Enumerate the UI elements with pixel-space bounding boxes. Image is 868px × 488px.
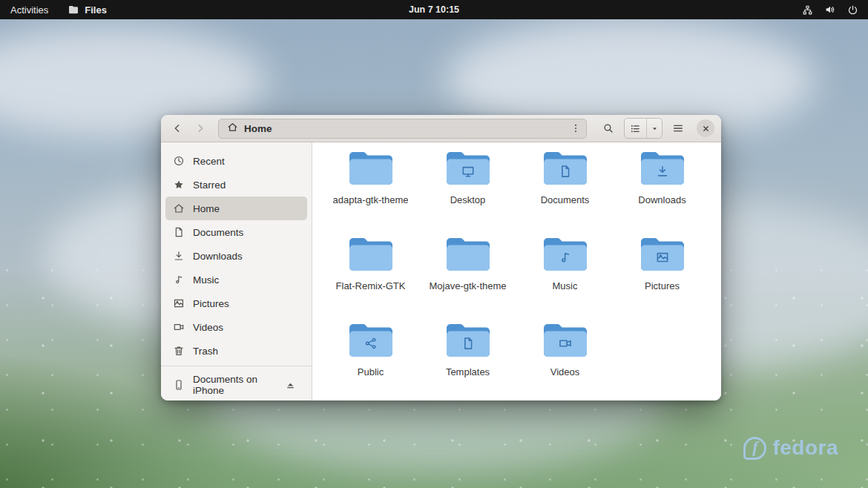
top-bar-left: Activities Files <box>0 0 116 19</box>
file-name: Public <box>358 366 384 377</box>
file-item[interactable]: Downloads <box>614 145 711 231</box>
folder-icon <box>347 149 395 188</box>
file-name: Flat-Remix-GTK <box>336 280 406 291</box>
file-name: Music <box>553 280 578 291</box>
sidebar-item-label: Trash <box>193 346 218 357</box>
view-toggle-button[interactable] <box>624 118 662 139</box>
folder-icon <box>347 321 395 360</box>
document-emblem-icon <box>558 164 573 179</box>
file-item[interactable]: Templates <box>419 317 516 400</box>
file-name: Documents <box>541 194 590 205</box>
view-options-caret-icon <box>647 119 662 138</box>
location-menu-button[interactable] <box>567 120 585 137</box>
eject-button[interactable] <box>280 375 300 395</box>
fedora-wordmark: fedora <box>772 436 838 460</box>
sidebar-item-label: Starred <box>193 179 226 191</box>
folder-icon <box>444 321 492 360</box>
sidebar-item-label: Downloads <box>193 251 243 262</box>
file-item[interactable]: Pictures <box>614 231 711 317</box>
volume-icon[interactable] <box>824 4 836 16</box>
sidebar-divider <box>161 366 312 366</box>
music-emblem-icon <box>558 250 573 265</box>
file-name: Desktop <box>450 194 486 205</box>
sidebar-item-label: Music <box>193 274 219 286</box>
folder-icon <box>639 149 686 188</box>
gnome-top-bar: Activities Files Jun 7 10:15 <box>0 0 868 19</box>
fedora-logo-icon: f <box>743 437 766 460</box>
files-window: Home <box>161 115 721 400</box>
file-name: adapta-gtk-theme <box>333 194 409 205</box>
document-emblem-icon <box>461 336 476 351</box>
sidebar-item-music[interactable]: Music <box>165 268 307 291</box>
menu-button[interactable] <box>666 118 690 139</box>
folder-icon <box>444 235 492 274</box>
clock-calendar-button[interactable]: Jun 7 10:15 <box>409 4 459 15</box>
sidebar-item-videos[interactable]: Videos <box>165 315 307 339</box>
file-item[interactable]: Flat-Remix-GTK <box>322 231 419 317</box>
file-item[interactable]: Mojave-gtk-theme <box>419 231 516 317</box>
search-button[interactable] <box>596 118 620 139</box>
file-item[interactable]: Documents <box>516 145 614 231</box>
desktop-emblem-icon <box>461 164 476 179</box>
activities-button[interactable]: Activities <box>0 0 59 19</box>
list-view-icon <box>625 119 647 138</box>
sidebar-item-recent[interactable]: Recent <box>165 149 307 173</box>
device-label: Documents on iPhone <box>193 374 272 396</box>
file-grid: adapta-gtk-theme Desktop Documents <box>322 145 714 400</box>
app-menu-label: Files <box>85 4 107 16</box>
window-body: Recent Starred Home Documents Downloads <box>161 142 721 400</box>
folder-icon <box>444 149 492 188</box>
sidebar-item-label: Documents <box>193 227 243 238</box>
download-emblem-icon <box>655 164 670 179</box>
file-name: Pictures <box>645 280 680 291</box>
folder-icon <box>542 149 589 188</box>
forward-button[interactable] <box>191 118 210 139</box>
fedora-watermark: f fedora <box>743 436 838 460</box>
places-sidebar: Recent Starred Home Documents Downloads <box>161 142 312 400</box>
share-emblem-icon <box>364 336 378 351</box>
path-bar[interactable]: Home <box>218 119 587 139</box>
sidebar-item-label: Recent <box>193 156 225 167</box>
home-icon <box>227 122 238 135</box>
close-button[interactable] <box>697 119 714 137</box>
file-name: Downloads <box>638 194 685 205</box>
sidebar-item-label: Pictures <box>193 298 229 309</box>
files-app-icon <box>68 4 79 16</box>
header-bar: Home <box>161 115 721 142</box>
folder-icon <box>542 321 589 360</box>
power-icon[interactable] <box>847 4 858 16</box>
sidebar-item-label: Videos <box>193 322 223 333</box>
folder-icon <box>639 235 686 274</box>
network-icon[interactable] <box>802 4 813 16</box>
folder-icon <box>347 235 395 274</box>
sidebar-item-pictures[interactable]: Pictures <box>165 291 307 315</box>
file-name: Templates <box>446 366 490 377</box>
file-item[interactable]: adapta-gtk-theme <box>322 145 419 231</box>
sidebar-item-starred[interactable]: Starred <box>165 173 307 197</box>
file-grid-view[interactable]: adapta-gtk-theme Desktop Documents <box>312 142 721 400</box>
file-item[interactable]: Music <box>516 231 614 317</box>
file-name: Videos <box>550 366 580 377</box>
file-item[interactable]: Desktop <box>419 145 516 231</box>
sidebar-item-label: Home <box>193 203 220 214</box>
file-item[interactable]: Videos <box>516 317 614 400</box>
folder-icon <box>542 235 589 274</box>
sidebar-item-downloads[interactable]: Downloads <box>165 244 307 268</box>
sidebar-item-home[interactable]: Home <box>165 197 307 220</box>
file-item[interactable]: Public <box>322 317 419 400</box>
back-button[interactable] <box>168 118 187 139</box>
video-emblem-icon <box>558 336 573 351</box>
sidebar-item-trash[interactable]: Trash <box>165 339 307 363</box>
app-menu-button[interactable]: Files <box>59 0 116 19</box>
sidebar-item-documents[interactable]: Documents <box>165 220 307 244</box>
file-name: Mojave-gtk-theme <box>429 280 506 291</box>
sidebar-item-iphone[interactable]: Documents on iPhone <box>165 369 307 400</box>
path-location-label: Home <box>244 123 272 134</box>
system-status-area <box>802 0 868 19</box>
picture-emblem-icon <box>655 250 670 265</box>
